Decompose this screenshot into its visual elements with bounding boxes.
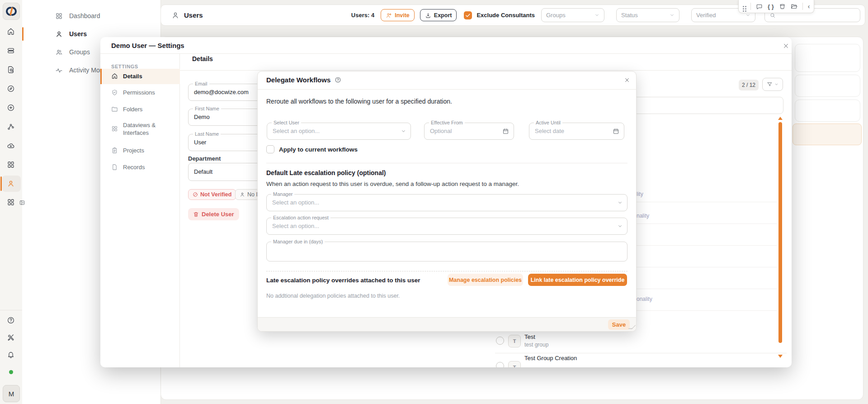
calendar-icon[interactable]: [613, 128, 619, 135]
effective-from-field[interactable]: Effective From Optional: [424, 123, 514, 140]
active-until-label: Active Until: [534, 120, 562, 125]
users-icon: [55, 30, 63, 38]
collapse-panel-icon[interactable]: [19, 200, 25, 206]
list-row-divider: [636, 245, 777, 246]
dialog-header: Delegate Workflows: [266, 76, 341, 84]
escalation-action-request-placeholder: Select an option...: [267, 218, 627, 234]
dialog-section-divider: [266, 163, 627, 163]
invite-label: Invite: [395, 12, 410, 19]
truncated-label: onality: [637, 296, 652, 302]
braces-icon[interactable]: { }: [768, 3, 774, 10]
home-icon: [111, 73, 118, 80]
apply-current-workflows-label: Apply to current workflows: [279, 146, 358, 153]
calendar-icon[interactable]: [502, 128, 509, 135]
select-user-placeholder: Select an option...: [267, 123, 410, 139]
active-item-bar: [100, 69, 102, 84]
avatar[interactable]: M: [3, 385, 20, 402]
list-row-divider: [636, 289, 777, 289]
filter-button[interactable]: [762, 78, 783, 91]
status-filter-placeholder: Status: [621, 12, 638, 19]
compass-icon[interactable]: [7, 85, 15, 93]
select-user-field[interactable]: Select User Select an option...: [267, 123, 411, 140]
scroll-down-arrow[interactable]: [778, 355, 783, 358]
chevron-left-icon[interactable]: ‹: [808, 3, 810, 10]
help-icon[interactable]: [7, 316, 15, 325]
manager-due-field[interactable]: Manager due in (days): [266, 242, 627, 261]
clipboard-icon: [111, 147, 118, 154]
delete-user-button[interactable]: Delete User: [188, 208, 239, 220]
groups-icon: [55, 48, 63, 56]
first-name-label: First Name: [193, 106, 221, 111]
export-button[interactable]: Export: [420, 9, 457, 21]
delete-user-label: Delete User: [202, 211, 234, 218]
scrollbar-thumb[interactable]: [778, 122, 782, 343]
help-circle-icon[interactable]: [335, 76, 341, 83]
apps-grid-icon[interactable]: [7, 198, 15, 207]
escalation-action-request-field[interactable]: Escalation action request Select an opti…: [266, 218, 627, 235]
overrides-empty-text: No addtional delegation policies attache…: [266, 293, 400, 299]
list-row-divider: [636, 310, 777, 311]
dataviews-grid-icon: [111, 125, 118, 132]
pagination-badge: 2 / 12: [739, 80, 759, 90]
funnel-icon: [767, 81, 773, 87]
stack-icon[interactable]: [7, 47, 15, 55]
cloud-download-icon[interactable]: [7, 142, 15, 150]
list-row-divider: [636, 267, 777, 267]
modal-title: Demo User — Settings: [111, 42, 184, 49]
link-escalation-policy-button[interactable]: Link late escalation policy override: [528, 274, 627, 286]
download-icon: [425, 12, 431, 19]
row-avatar: T: [508, 335, 521, 347]
manager-field[interactable]: Manager Select an option...: [266, 194, 627, 211]
chevron-down-icon: [618, 200, 623, 205]
toolbar-divider: [802, 3, 803, 10]
bucket-icon[interactable]: [779, 3, 786, 10]
exclude-consultants-checkbox[interactable]: [464, 11, 472, 19]
groups-filter-select[interactable]: Groups: [541, 8, 604, 22]
row-title[interactable]: Test: [524, 333, 535, 340]
comment-icon[interactable]: [756, 3, 763, 10]
modal-title-divider: [100, 53, 792, 54]
chevron-down-icon: [594, 13, 599, 18]
settings-item-details[interactable]: Details: [100, 69, 180, 84]
settings-item-permissions[interactable]: Permissions: [100, 85, 180, 100]
scroll-up-arrow[interactable]: [778, 117, 783, 120]
manage-escalation-policies-button[interactable]: Manage escalation policies: [448, 274, 523, 286]
tools-icon[interactable]: [7, 333, 15, 342]
document-search-icon[interactable]: [7, 66, 15, 74]
app-root: M Dashboard Users Groups Activity Monito…: [0, 0, 868, 404]
row-checkbox[interactable]: [496, 337, 504, 345]
users-rail-active-bar: [0, 176, 2, 191]
user-icon[interactable]: [7, 180, 15, 188]
manager-due-label: Manager due in (days): [271, 239, 325, 244]
invite-button[interactable]: Invite: [381, 9, 415, 21]
save-button[interactable]: Save: [608, 319, 630, 330]
workflow-nodes-icon[interactable]: [7, 123, 15, 131]
plus-circle-icon[interactable]: [7, 104, 15, 112]
home-icon[interactable]: [7, 28, 15, 36]
chevron-down-icon: [618, 224, 623, 229]
bell-icon[interactable]: [7, 351, 15, 359]
settings-item-dataviews[interactable]: Dataviews & Interfaces: [100, 119, 180, 140]
groups-filter-placeholder: Groups: [546, 12, 566, 19]
apply-current-workflows-checkbox[interactable]: [266, 145, 274, 153]
document-icon: [111, 164, 118, 171]
settings-item-folders[interactable]: Folders: [100, 102, 180, 117]
active-until-field[interactable]: Active Until Select date: [529, 123, 624, 140]
folder-icon: [111, 106, 118, 113]
close-icon[interactable]: [623, 76, 631, 84]
status-filter-select[interactable]: Status: [616, 8, 679, 22]
layout-grid-icon[interactable]: [7, 161, 15, 169]
folder-open-icon[interactable]: [791, 3, 797, 10]
row-title[interactable]: Test Group Creation: [524, 355, 577, 361]
settings-item-projects[interactable]: Projects: [100, 143, 180, 158]
settings-item-records[interactable]: Records: [100, 160, 180, 175]
drag-handle-icon[interactable]: [743, 6, 744, 7]
row-checkbox[interactable]: [496, 362, 504, 367]
circle-slash-icon: [193, 192, 198, 197]
shield-check-icon: [111, 89, 118, 96]
rail-divider: [0, 310, 22, 310]
manager-placeholder: Select an option...: [267, 195, 627, 210]
app-logo[interactable]: [3, 3, 20, 20]
close-icon[interactable]: [781, 41, 790, 50]
settings-item-label: Records: [123, 164, 145, 171]
